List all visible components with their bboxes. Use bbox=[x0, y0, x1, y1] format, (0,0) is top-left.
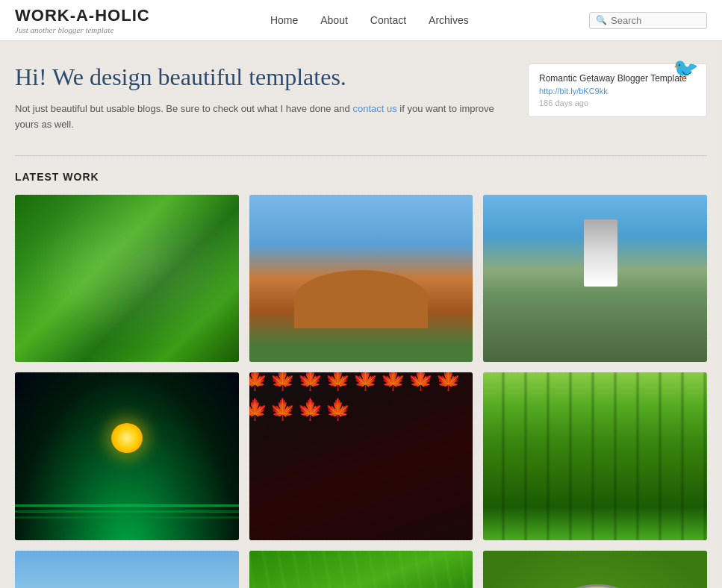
contact-us-link[interactable]: contact us bbox=[352, 103, 396, 114]
gallery-item-2[interactable] bbox=[249, 195, 473, 363]
gallery-image-4 bbox=[15, 372, 239, 540]
gallery-image-5 bbox=[249, 372, 473, 540]
site-tagline: Just another blogger template bbox=[15, 25, 150, 34]
nav-about[interactable]: About bbox=[320, 14, 348, 26]
site-title[interactable]: WORK-A-HOLIC bbox=[15, 6, 150, 25]
gallery-item-1[interactable] bbox=[15, 195, 239, 363]
gallery-item-7[interactable] bbox=[15, 551, 239, 588]
site-nav: Home About Contact Archives bbox=[150, 14, 589, 26]
gallery-image-7 bbox=[15, 551, 239, 588]
hero-heading: Hi! We design beautiful templates. bbox=[15, 63, 513, 91]
section-divider bbox=[15, 155, 707, 156]
gallery-image-8 bbox=[249, 551, 473, 588]
twitter-time: 186 days ago bbox=[539, 98, 696, 107]
gallery-image-3 bbox=[483, 195, 707, 363]
gallery-item-5[interactable] bbox=[249, 372, 473, 540]
gallery-item-4[interactable] bbox=[15, 372, 239, 540]
search-icon: 🔍 bbox=[596, 15, 607, 26]
gallery-item-8[interactable] bbox=[249, 551, 473, 588]
gallery-image-9 bbox=[483, 551, 707, 588]
gallery-image-2 bbox=[249, 195, 473, 363]
hero-body: Not just beautiful but usable blogs. Be … bbox=[15, 101, 513, 133]
hero-section: Hi! We design beautiful templates. Not j… bbox=[15, 63, 707, 133]
gallery-item-9[interactable] bbox=[483, 551, 707, 588]
main-content: Hi! We design beautiful templates. Not j… bbox=[0, 41, 722, 588]
site-branding: WORK-A-HOLIC Just another blogger templa… bbox=[15, 6, 150, 34]
gallery-image-1 bbox=[15, 195, 239, 363]
search-input[interactable] bbox=[611, 15, 700, 26]
gallery-item-6[interactable] bbox=[483, 372, 707, 540]
search-box: 🔍 bbox=[589, 12, 707, 29]
latest-work-section: LATEST WORK bbox=[15, 171, 707, 588]
twitter-widget: 🐦 Romantic Getaway Blogger Template http… bbox=[528, 63, 707, 117]
hero-text: Hi! We design beautiful templates. Not j… bbox=[15, 63, 513, 133]
twitter-link[interactable]: http://bit.ly/bKC9kk bbox=[539, 87, 696, 96]
nav-contact[interactable]: Contact bbox=[370, 14, 406, 26]
twitter-bird-icon: 🐦 bbox=[673, 57, 699, 81]
hero-body-text1: Not just beautiful but usable blogs. Be … bbox=[15, 103, 350, 114]
nav-home[interactable]: Home bbox=[270, 14, 298, 26]
gallery-grid bbox=[15, 195, 707, 588]
site-header: WORK-A-HOLIC Just another blogger templa… bbox=[0, 0, 722, 41]
gallery-item-3[interactable] bbox=[483, 195, 707, 363]
latest-work-heading: LATEST WORK bbox=[15, 171, 707, 183]
gallery-image-6 bbox=[483, 372, 707, 540]
nav-archives[interactable]: Archives bbox=[429, 14, 469, 26]
